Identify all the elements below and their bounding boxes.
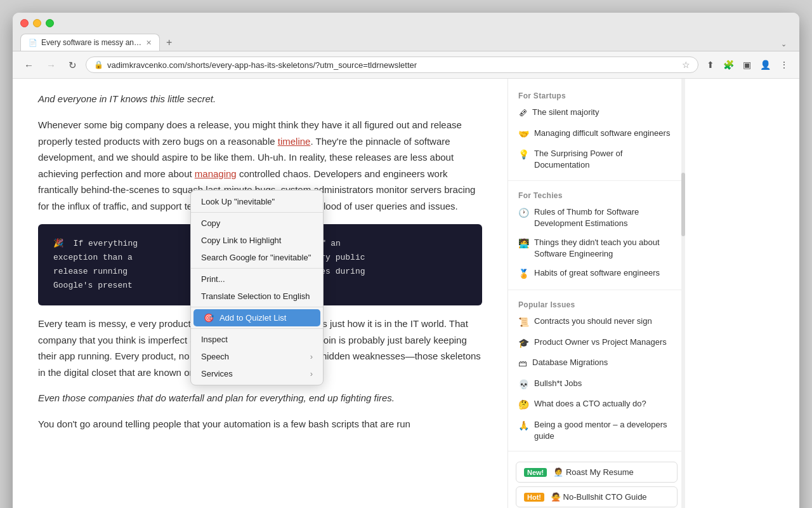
sidebar: For Startups 🗞 The silent majority 🤝 Man…	[508, 79, 685, 508]
documentation-icon: 💡	[518, 149, 529, 161]
cto-text: What does a CTO actually do?	[534, 398, 675, 410]
reload-button[interactable]: ↻	[65, 58, 81, 72]
sidebar-item-cto[interactable]: 🤔 What does a CTO actually do?	[508, 394, 685, 415]
hot-badge: Hot!	[524, 493, 544, 502]
sidebar-item-silent-majority[interactable]: 🗞 The silent majority	[508, 103, 685, 124]
sidebar-item-software-engineering[interactable]: 🧑‍💻 Things they didn't teach you about S…	[508, 233, 685, 264]
sidebar-divider-3	[508, 451, 685, 451]
managing-link[interactable]: managing	[195, 168, 237, 179]
quizlet-icon: 🎯	[204, 313, 214, 323]
sidebar-section-popular: Popular Issues	[508, 295, 685, 312]
contracts-text: Contracts you should never sign	[534, 316, 675, 327]
context-menu: Look Up "inevitable" Copy Copy Link to H…	[190, 190, 324, 385]
new-badge: New!	[524, 468, 547, 477]
bullshit-jobs-icon: 💀	[518, 378, 529, 391]
database-migrations-icon: 🗃	[518, 358, 527, 370]
sidebar-item-database-migrations[interactable]: 🗃 Database Migrations	[508, 353, 685, 374]
window-control: ⌄	[776, 37, 792, 51]
sidebar-item-managing-engineers[interactable]: 🤝 Managing difficult software engineers	[508, 124, 685, 145]
context-menu-item-lookup[interactable]: Look Up "inevitable"	[191, 193, 323, 210]
speech-submenu-arrow: ›	[310, 352, 313, 361]
sidebar-item-product-owner[interactable]: 🎓 Product Owner vs Project Managers	[508, 333, 685, 354]
new-tab-button[interactable]: +	[161, 34, 177, 51]
sidebar-cta-area: New! 🧑‍💼 Roast My Resume Hot! 🙅 No-Bulls…	[508, 457, 685, 508]
tab-close-button[interactable]: ✕	[146, 39, 152, 47]
lock-icon: 🔒	[94, 60, 103, 69]
tab-favicon: 📄	[29, 39, 37, 47]
habits-text: Habits of great software engineers	[534, 267, 675, 279]
sidebar-section-techies: For Techies	[508, 186, 685, 203]
roast-resume-label: 🧑‍💼 Roast My Resume	[553, 467, 634, 477]
extensions-button[interactable]: 🧩	[720, 58, 737, 72]
content-area: And everyone in IT knows this little sec…	[13, 79, 799, 508]
sidebar-item-habits[interactable]: 🏅 Habits of great software engineers	[508, 264, 685, 284]
product-owner-icon: 🎓	[518, 337, 529, 350]
documentation-text: The Surprising Power of Documentation	[534, 148, 675, 171]
context-menu-item-services[interactable]: Services ›	[191, 365, 323, 382]
sidebar-item-documentation[interactable]: 💡 The Surprising Power of Documentation	[508, 144, 685, 175]
article-paragraph-3: You don't go around telling people that …	[38, 416, 482, 432]
sidebar-divider-2	[508, 290, 685, 290]
sidebar-item-bullshit-jobs[interactable]: 💀 Bullsh*t Jobs	[508, 374, 685, 395]
navigation-bar: ← → ↻ 🔒 vadimkravcenko.com/shorts/every-…	[13, 51, 799, 79]
nav-actions: ⬆ 🧩 ▣ 👤 ⋮	[704, 58, 792, 72]
silent-majority-text: The silent majority	[532, 107, 675, 118]
article-italic-line: And everyone in IT knows this little sec…	[38, 91, 482, 107]
context-menu-item-quizlet[interactable]: 🎯 Add to Quizlet List	[193, 309, 320, 326]
managing-engineers-text: Managing difficult software engineers	[534, 128, 675, 139]
managing-engineers-icon: 🤝	[518, 128, 529, 141]
article-italic-line-2: Even those companies that do waterfall a…	[38, 391, 482, 406]
context-menu-item-speech[interactable]: Speech ›	[191, 348, 323, 365]
sidebar-item-contracts[interactable]: 📜 Contracts you should never sign	[508, 312, 685, 333]
tab-title: Every software is messy and h	[41, 38, 142, 47]
context-menu-item-copy[interactable]: Copy	[191, 215, 323, 232]
browser-tab[interactable]: 📄 Every software is messy and h ✕	[20, 34, 160, 51]
sidebar-section-startups: For Startups	[508, 86, 685, 103]
scrollbar-thumb[interactable]	[681, 173, 685, 236]
context-menu-item-print[interactable]: Print...	[191, 271, 323, 288]
cto-guide-label: 🙅 No-Bullshit CTO Guide	[551, 492, 647, 502]
software-engineering-icon: 🧑‍💻	[518, 237, 529, 250]
services-submenu-arrow: ›	[310, 369, 313, 378]
sidebar-item-mentor[interactable]: 🙏 Being a good mentor – a developers gui…	[508, 415, 685, 446]
forward-button[interactable]: →	[43, 58, 60, 72]
timeline-link[interactable]: timeline	[278, 136, 311, 147]
more-options-button[interactable]: ⋮	[776, 58, 792, 72]
context-menu-item-search-google[interactable]: Search Google for "inevitable"	[191, 249, 323, 266]
sidebar-item-estimations[interactable]: 🕐 Rules of Thumb for Software Developmen…	[508, 203, 685, 233]
context-menu-divider-2	[191, 268, 323, 269]
mentor-icon: 🙏	[518, 420, 529, 432]
url-text: vadimkravcenko.com/shorts/every-app-has-…	[107, 60, 678, 70]
scrollbar-track	[681, 79, 685, 508]
database-migrations-text: Database Migrations	[532, 357, 675, 368]
context-menu-divider-4	[191, 328, 323, 329]
product-owner-text: Product Owner vs Project Managers	[534, 337, 675, 348]
software-engineering-text: Things they didn't teach you about Softw…	[534, 237, 675, 260]
context-menu-divider-3	[191, 307, 323, 307]
bookmark-icon[interactable]: ☆	[682, 60, 690, 70]
context-menu-item-translate[interactable]: Translate Selection to English	[191, 288, 323, 305]
context-menu-divider-1	[191, 212, 323, 213]
estimations-icon: 🕐	[518, 207, 529, 220]
address-bar[interactable]: 🔒 vadimkravcenko.com/shorts/every-app-ha…	[86, 57, 698, 73]
sidebar-divider-1	[508, 180, 685, 181]
estimations-text: Rules of Thumb for Software Development …	[534, 206, 675, 229]
contracts-icon: 📜	[518, 316, 529, 329]
close-button[interactable]	[20, 19, 29, 27]
cto-guide-button[interactable]: Hot! 🙅 No-Bullshit CTO Guide	[516, 486, 678, 507]
minimize-button[interactable]	[33, 19, 41, 27]
maximize-button[interactable]	[46, 19, 54, 27]
context-menu-item-copy-link[interactable]: Copy Link to Highlight	[191, 232, 323, 249]
share-button[interactable]: ⬆	[704, 58, 717, 72]
silent-majority-icon: 🗞	[518, 107, 527, 120]
cto-icon: 🤔	[518, 399, 529, 411]
roast-resume-button[interactable]: New! 🧑‍💼 Roast My Resume	[516, 462, 678, 483]
sidebar-toggle-button[interactable]: ▣	[740, 58, 754, 72]
bullshit-jobs-text: Bullsh*t Jobs	[534, 378, 675, 389]
habits-icon: 🏅	[518, 268, 529, 281]
back-button[interactable]: ←	[20, 58, 37, 72]
article-area: And everyone in IT knows this little sec…	[13, 79, 508, 508]
mentor-text: Being a good mentor – a developers guide	[534, 419, 675, 442]
context-menu-item-inspect[interactable]: Inspect	[191, 331, 323, 348]
profile-button[interactable]: 👤	[757, 58, 774, 72]
